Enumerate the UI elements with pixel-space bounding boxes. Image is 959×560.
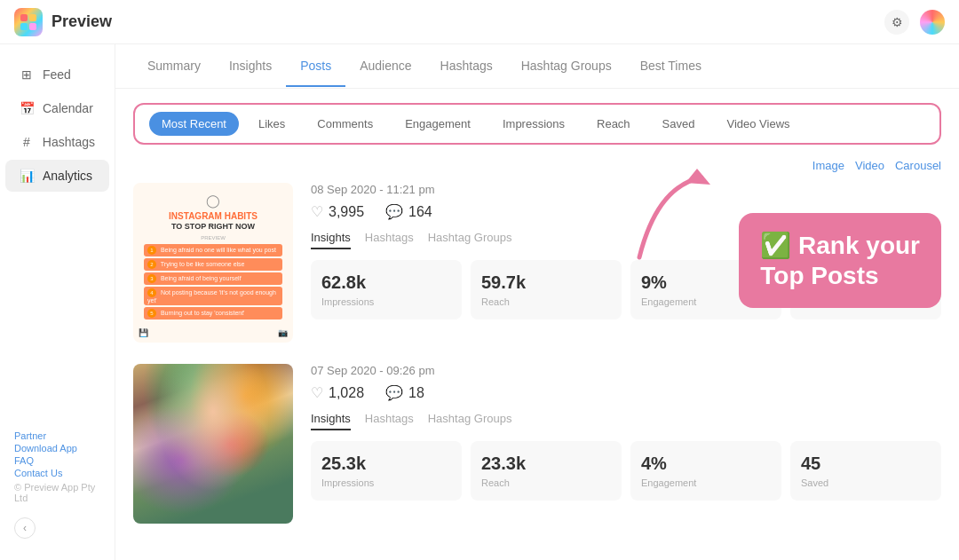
- sidebar-nav: ⊞ Feed 📅 Calendar # Hashtags 📊 Analytics: [0, 59, 115, 192]
- header-right: ⚙: [884, 10, 945, 35]
- saved-value-2: 45: [801, 454, 820, 474]
- rank-popup: ✅ Rank your Top Posts: [739, 213, 941, 308]
- list-item-1: 1 Being afraid no one will like what you…: [144, 244, 282, 256]
- filter-saved[interactable]: Saved: [650, 112, 708, 136]
- post-comments-1: 💬 164: [385, 203, 432, 220]
- reach-label-1: Reach: [481, 296, 510, 307]
- pi-tab-insights-1[interactable]: Insights: [311, 231, 351, 249]
- sidebar-item-calendar[interactable]: 📅 Calendar: [5, 92, 109, 124]
- pi-tab-insights-2[interactable]: Insights: [311, 412, 351, 430]
- comment-icon: 💬: [385, 203, 403, 220]
- download-link[interactable]: Download App: [14, 443, 100, 454]
- sidebar-footer: Partner Download App FAQ Contact Us © Pr…: [0, 423, 115, 510]
- metric-impressions-2: 25.3k Impressions: [311, 441, 462, 501]
- settings-icon[interactable]: ⚙: [884, 10, 909, 35]
- filter-most-recent[interactable]: Most Recent: [149, 112, 239, 136]
- metric-impressions-1: 62.8k Impressions: [311, 260, 462, 319]
- post-likes-2: ♡ 1,028: [311, 384, 364, 401]
- ig-footer-icon: 📷: [278, 328, 288, 337]
- metrics-grid-2: 25.3k Impressions 23.3k Reach 4% Engagem…: [311, 441, 941, 501]
- sidebar-item-hashtags[interactable]: # Hashtags: [5, 126, 109, 158]
- metric-reach-2: 23.3k Reach: [471, 441, 622, 501]
- sidebar: ⊞ Feed 📅 Calendar # Hashtags 📊 Analytics…: [0, 44, 115, 560]
- sidebar-label-analytics: Analytics: [43, 169, 92, 183]
- filter-comments[interactable]: Comments: [305, 112, 385, 136]
- filter-likes[interactable]: Likes: [246, 112, 297, 136]
- sidebar-label-calendar: Calendar: [43, 101, 93, 115]
- metric-saved-2: 45 Saved: [790, 441, 941, 501]
- tab-insights[interactable]: Insights: [215, 46, 286, 87]
- post-comments-2: 💬 18: [385, 384, 424, 401]
- post-title-dark: TO STOP RIGHT NOW: [171, 222, 255, 232]
- thumbnail-footer: 💾 📷: [139, 328, 288, 337]
- post-type-filters: Image Video Carousel: [133, 159, 941, 172]
- pi-tab-hashtag-groups-1[interactable]: Hashtag Groups: [428, 231, 512, 249]
- comment-icon-2: 💬: [385, 384, 403, 401]
- metric-reach-1: 59.7k Reach: [471, 260, 622, 319]
- calendar-icon: 📅: [20, 101, 34, 115]
- impressions-label-1: Impressions: [321, 296, 374, 307]
- posts-content: Most Recent Likes Comments Engagement Im…: [115, 89, 959, 560]
- post-title-orange: INSTAGRAM HABITS: [169, 211, 258, 222]
- post-insights-tabs-2: Insights Hashtags Hashtag Groups: [311, 412, 941, 430]
- tab-posts[interactable]: Posts: [286, 46, 345, 87]
- filter-bar: Most Recent Likes Comments Engagement Im…: [133, 103, 941, 145]
- app-title: Preview: [52, 12, 112, 31]
- filter-video[interactable]: Video: [855, 159, 884, 172]
- save-icon: 💾: [139, 328, 148, 337]
- comments-value-1: 164: [408, 204, 432, 220]
- sidebar-item-analytics[interactable]: 📊 Analytics: [5, 160, 109, 192]
- engagement-value-1: 9%: [641, 272, 667, 293]
- arrow-graphic: [622, 169, 728, 275]
- list-item-3: 3 Being afraid of being yourself: [144, 272, 282, 285]
- color-wheel-icon[interactable]: [920, 10, 945, 35]
- list-item-2: 2 Trying to be like someone else: [144, 258, 282, 271]
- impressions-value-1: 62.8k: [321, 272, 366, 293]
- filter-carousel[interactable]: Carousel: [895, 159, 941, 172]
- pi-tab-hashtag-groups-2[interactable]: Hashtag Groups: [428, 412, 512, 430]
- sidebar-label-feed: Feed: [43, 67, 71, 82]
- header-left: Preview: [14, 8, 112, 36]
- app-header: Preview ⚙: [0, 0, 959, 44]
- reach-value-1: 59.7k: [481, 272, 526, 293]
- hashtags-icon: #: [20, 135, 34, 149]
- filter-engagement[interactable]: Engagement: [392, 112, 483, 136]
- engagement-label-1: Engagement: [641, 296, 696, 307]
- filter-video-views[interactable]: Video Views: [714, 112, 802, 136]
- collapse-sidebar-button[interactable]: ‹: [14, 517, 36, 539]
- list-item-5: 5 Burning out to stay 'consistent': [144, 307, 282, 319]
- instagram-icon: ◯: [206, 193, 220, 208]
- tab-hashtag-groups[interactable]: Hashtag Groups: [507, 46, 626, 87]
- pi-tab-hashtags-2[interactable]: Hashtags: [365, 412, 414, 430]
- tab-best-times[interactable]: Best Times: [626, 46, 716, 87]
- app-logo: [14, 8, 43, 36]
- engagement-value-2: 4%: [641, 454, 667, 474]
- post-thumbnail-1: ◯ INSTAGRAM HABITS TO STOP RIGHT NOW PRE…: [133, 183, 293, 343]
- post-item-2: 07 Sep 2020 - 09:26 pm ♡ 1,028 💬 18 Insi…: [133, 364, 941, 524]
- post-details-2: 07 Sep 2020 - 09:26 pm ♡ 1,028 💬 18 Insi…: [311, 364, 941, 501]
- pi-tab-hashtags-1[interactable]: Hashtags: [365, 231, 414, 249]
- reach-value-2: 23.3k: [481, 454, 526, 474]
- tab-summary[interactable]: Summary: [133, 46, 215, 87]
- contact-link[interactable]: Contact Us: [14, 468, 100, 478]
- tab-hashtags[interactable]: Hashtags: [426, 46, 507, 87]
- post-likes-1: ♡ 3,995: [311, 203, 364, 220]
- post-thumbnail-2: [133, 364, 293, 524]
- heart-icon-2: ♡: [311, 384, 323, 401]
- rank-popup-line2: Top Posts: [760, 262, 878, 289]
- content-area: Summary Insights Posts Audience Hashtags…: [115, 44, 959, 560]
- post-preview-label: PREVIEW: [201, 235, 226, 241]
- likes-value-2: 1,028: [329, 385, 364, 401]
- filter-image[interactable]: Image: [812, 159, 844, 172]
- sidebar-label-hashtags: Hashtags: [43, 135, 95, 149]
- comments-value-2: 18: [408, 385, 424, 401]
- tab-audience[interactable]: Audience: [345, 46, 425, 87]
- partner-link[interactable]: Partner: [14, 430, 100, 441]
- analytics-icon: 📊: [20, 169, 34, 183]
- faq-link[interactable]: FAQ: [14, 455, 100, 466]
- filter-impressions[interactable]: Impressions: [490, 112, 577, 136]
- post-stats-2: ♡ 1,028 💬 18: [311, 384, 941, 401]
- sidebar-item-feed[interactable]: ⊞ Feed: [5, 59, 109, 91]
- likes-value-1: 3,995: [329, 204, 364, 220]
- filter-reach[interactable]: Reach: [584, 112, 643, 136]
